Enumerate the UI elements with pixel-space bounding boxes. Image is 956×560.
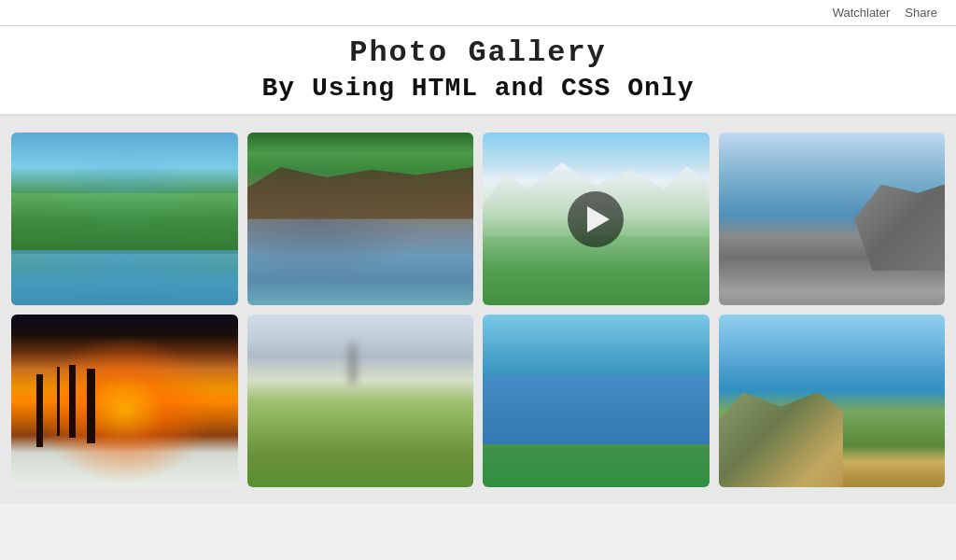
title-section: Photo Gallery By Using HTML and CSS Only <box>0 26 956 116</box>
share-link[interactable]: Share <box>905 6 937 20</box>
sub-title: By Using HTML and CSS Only <box>0 74 956 103</box>
header-bar: Watchlater Share <box>0 0 956 26</box>
header-actions: Watchlater Share <box>833 6 937 20</box>
photo-5[interactable] <box>11 315 238 487</box>
watchlater-link[interactable]: Watchlater <box>833 6 891 20</box>
photo-3[interactable] <box>483 133 710 305</box>
photo-2-inner <box>247 133 474 305</box>
photo-6[interactable] <box>247 315 474 487</box>
photo-4[interactable] <box>719 133 946 305</box>
play-button-overlay[interactable] <box>568 191 624 247</box>
gallery-grid <box>11 133 945 487</box>
photo-7-inner <box>483 315 710 487</box>
photo-6-inner <box>247 315 474 487</box>
photo-7[interactable] <box>483 315 710 487</box>
main-title: Photo Gallery <box>0 35 956 70</box>
gallery-area <box>0 116 956 504</box>
photo-8-inner <box>719 315 946 487</box>
photo-4-inner <box>719 133 946 305</box>
photo-8[interactable] <box>719 315 946 487</box>
photo-1-inner <box>11 133 238 305</box>
photo-1[interactable] <box>11 133 238 305</box>
play-icon <box>587 206 610 232</box>
photo-5-inner <box>11 315 238 487</box>
photo-2[interactable] <box>247 133 474 305</box>
